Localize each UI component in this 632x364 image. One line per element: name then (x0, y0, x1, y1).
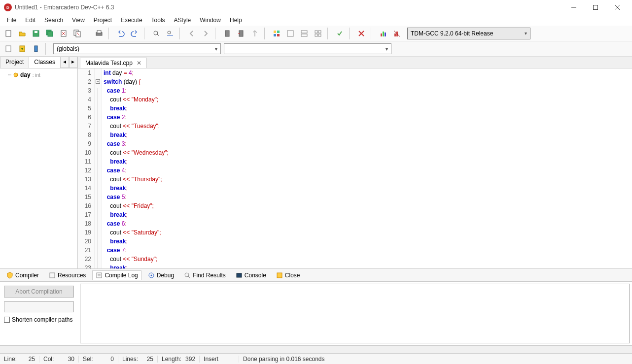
progress-box (4, 301, 74, 312)
tree-var-type: : int (33, 72, 40, 78)
tree-var-name: day (20, 71, 31, 78)
menu-search[interactable]: Search (40, 16, 67, 25)
menu-help[interactable]: Help (226, 16, 246, 25)
close-file-button[interactable] (57, 27, 70, 40)
delete-profile-button[interactable] (390, 27, 403, 40)
goto-button[interactable] (248, 27, 261, 40)
svg-rect-43 (35, 46, 37, 52)
save-button[interactable] (30, 27, 42, 40)
svg-rect-8 (48, 32, 53, 36)
log-icon (96, 272, 103, 279)
toolbar-secondary: (globals) ▾ ▾ (0, 41, 632, 57)
titlebar: D Untitled1 - Embarcadero Dev-C++ 6.3 (0, 0, 632, 15)
svg-rect-29 (315, 31, 317, 33)
tab-resources[interactable]: Resources (45, 270, 89, 280)
bottom-panel: Abort Compilation Shorten compiler paths (0, 281, 632, 345)
svg-line-52 (188, 276, 190, 278)
close-all-button[interactable] (71, 27, 84, 40)
menu-execute[interactable]: Execute (117, 16, 146, 25)
svg-rect-30 (318, 31, 321, 33)
replace-button[interactable] (164, 27, 176, 40)
globals-value: (globals) (57, 45, 79, 52)
windows3-button[interactable] (298, 27, 311, 40)
variable-icon (13, 72, 18, 77)
open-button[interactable] (16, 27, 29, 40)
svg-rect-38 (394, 33, 396, 36)
code-editor[interactable]: 1234567891011121314151617181920212223242… (78, 68, 632, 268)
editor-tab-label: Malavida Test.cpp (85, 60, 133, 66)
tab-scroll-left[interactable]: ◂ (60, 57, 69, 68)
save-all-button[interactable] (43, 27, 56, 40)
tab-console[interactable]: Console (232, 270, 270, 280)
svg-rect-27 (301, 31, 307, 33)
tree-item-day[interactable]: ┄ day : int (2, 71, 75, 78)
print-button[interactable] (93, 27, 105, 40)
window-title: Untitled1 - Embarcadero Dev-C++ 6.3 (15, 4, 563, 11)
tab-debug[interactable]: Debug (144, 270, 177, 280)
shorten-paths-label: Shorten compiler paths (12, 316, 72, 323)
tab-project[interactable]: Project (0, 57, 29, 68)
new-source-button[interactable] (2, 42, 15, 55)
bottom-tabs: Compiler Resources Compile Log Debug Fin… (0, 268, 632, 281)
toolbar-separator (349, 28, 352, 39)
sidebar: Project Classes ◂ ▸ ┄ day : int (0, 57, 78, 268)
svg-point-51 (185, 273, 189, 277)
svg-rect-45 (50, 273, 55, 278)
compile-log-output[interactable] (80, 284, 630, 343)
menu-view[interactable]: View (68, 16, 89, 25)
menu-tools[interactable]: Tools (147, 16, 169, 25)
horizontal-scrollbar[interactable] (0, 345, 632, 353)
windows2-button[interactable] (284, 27, 297, 40)
compile-button[interactable] (333, 27, 346, 40)
toolbar-separator (87, 28, 90, 39)
menu-window[interactable]: Window (196, 16, 225, 25)
profile-button[interactable] (377, 27, 389, 40)
bookmarks-button[interactable] (30, 42, 42, 55)
menu-astyle[interactable]: AStyle (170, 16, 195, 25)
redo-button[interactable] (128, 27, 141, 40)
statusbar: Line:25 Col:30 Sel:0 Lines:25 Length:392… (0, 353, 632, 364)
maximize-button[interactable] (585, 0, 606, 14)
windows1-button[interactable] (270, 27, 283, 40)
shorten-paths-row[interactable]: Shorten compiler paths (4, 316, 74, 323)
svg-rect-24 (274, 34, 276, 36)
console-icon (236, 272, 243, 279)
chevron-down-icon: ▾ (215, 46, 217, 52)
app-icon: D (4, 3, 12, 11)
svg-point-44 (14, 73, 18, 77)
debug-icon (148, 272, 155, 279)
tab-compiler[interactable]: Compiler (3, 270, 42, 280)
windows4-button[interactable] (312, 27, 324, 40)
main-area: Project Classes ◂ ▸ ┄ day : int Malavida… (0, 57, 632, 268)
svg-rect-23 (277, 31, 280, 33)
bookmark-button[interactable] (221, 27, 234, 40)
new-file-button[interactable] (2, 27, 15, 40)
stop-button[interactable] (355, 27, 368, 40)
menu-project[interactable]: Project (90, 16, 116, 25)
close-window-button[interactable] (606, 0, 628, 14)
back-button[interactable] (185, 27, 198, 40)
menu-file[interactable]: File (3, 16, 20, 25)
globals-combo[interactable]: (globals) ▾ (53, 43, 221, 54)
chevron-down-icon: ▾ (525, 31, 527, 36)
forward-button[interactable] (199, 27, 212, 40)
tab-find-results[interactable]: Find Results (180, 270, 229, 280)
compiler-select[interactable]: TDM-GCC 9.2.0 64-bit Release ▾ (407, 28, 530, 39)
find-button[interactable] (150, 27, 163, 40)
tab-scroll-right[interactable]: ▸ (69, 57, 77, 68)
editor-tab[interactable]: Malavida Test.cpp ✕ (80, 58, 147, 68)
svg-rect-36 (383, 32, 384, 36)
goto-bookmark-button[interactable] (235, 27, 247, 40)
minimize-button[interactable] (563, 0, 585, 14)
tab-classes[interactable]: Classes (29, 57, 61, 68)
checkbox-icon[interactable] (4, 317, 10, 323)
menu-edit[interactable]: Edit (21, 16, 39, 25)
abort-compilation-button[interactable]: Abort Compilation (4, 286, 74, 298)
insert-button[interactable] (16, 42, 29, 55)
tab-compile-log[interactable]: Compile Log (92, 270, 141, 280)
undo-button[interactable] (114, 27, 127, 40)
tab-close[interactable]: Close (273, 270, 304, 280)
close-tab-icon[interactable]: ✕ (137, 60, 141, 66)
code-body[interactable]: int day = 4;switch (day) { case 1: cout … (102, 68, 632, 268)
members-combo[interactable]: ▾ (224, 43, 391, 54)
